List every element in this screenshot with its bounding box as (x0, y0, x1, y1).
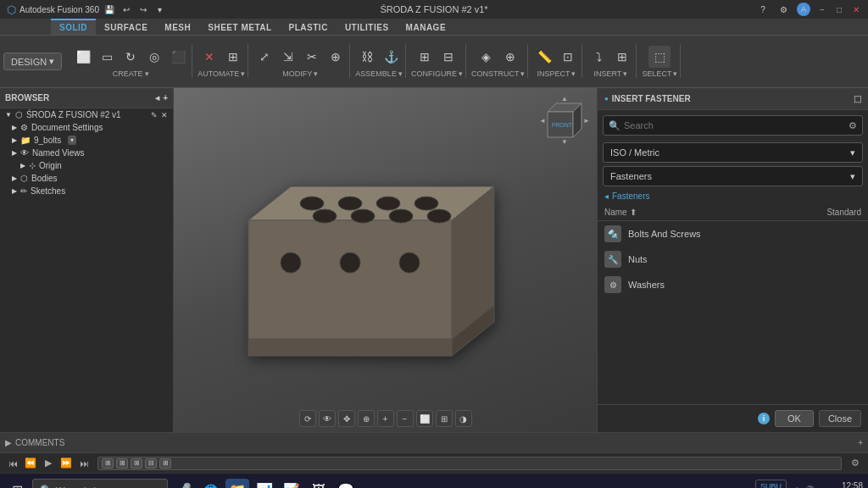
zoom-in-icon[interactable]: + (377, 410, 394, 427)
plane-icon[interactable]: ◈ (476, 46, 498, 68)
tab-manage[interactable]: MANAGE (398, 20, 454, 35)
taskbar-clock[interactable]: 12:58 14.11.2023 (821, 481, 863, 489)
tab-utilities[interactable]: UTILITIES (337, 20, 398, 35)
taskbar-chrome-icon[interactable]: 🌐 (198, 479, 222, 489)
cube-down-icon[interactable]: ▼ (561, 138, 568, 146)
configure-label[interactable]: CONFIGURE ▾ (411, 69, 463, 78)
configure-icon1[interactable]: ⊞ (414, 46, 436, 68)
taskbar-search[interactable]: 🔍 Wyszukaj (32, 479, 168, 489)
taskbar-cortana-icon[interactable]: 🎤 (171, 479, 195, 489)
account-icon[interactable]: A (797, 3, 810, 16)
automate-x-icon[interactable]: ✕ (198, 46, 220, 68)
fastener-dropdown-type[interactable]: Fasteners ▾ (603, 166, 863, 186)
qa-redo-icon[interactable]: ↪ (136, 3, 150, 16)
cube-right-icon[interactable]: ► (583, 117, 590, 125)
new-component-icon[interactable]: ⬜ (72, 46, 94, 68)
look-at-icon[interactable]: 👁 (319, 410, 336, 427)
fastener-item-bolts[interactable]: 🔩 Bolts And Screws (598, 221, 868, 247)
select-icon[interactable]: ⬚ (648, 46, 670, 68)
search-input[interactable] (624, 120, 845, 130)
start-button[interactable]: ⊞ (5, 479, 29, 489)
tab-sheetmetal[interactable]: SHEET METAL (199, 20, 280, 35)
tab-plastic[interactable]: PLASTIC (281, 20, 337, 35)
info-icon[interactable]: i (758, 413, 770, 424)
fastener-breadcrumb[interactable]: ◂ Fasteners (598, 188, 868, 204)
doc-edit-icon[interactable]: ✎ (151, 111, 158, 119)
section-icon[interactable]: ⊡ (557, 46, 579, 68)
axis-icon[interactable]: ⊕ (499, 46, 521, 68)
joint-icon[interactable]: ⛓ (356, 46, 378, 68)
qa-more-icon[interactable]: ▾ (153, 3, 167, 16)
help-icon[interactable]: ? (756, 3, 770, 16)
split-icon[interactable]: ✂ (301, 46, 323, 68)
fastener-item-nuts[interactable]: 🔧 Nuts (598, 247, 868, 272)
taskbar-app6-icon[interactable]: 💬 (334, 479, 358, 489)
browser-item-bolts[interactable]: ▶ 📁 9_bolts ▾ (0, 134, 173, 147)
tab-mesh[interactable]: MESH (156, 20, 199, 35)
inspect-label[interactable]: INSPECT ▾ (537, 69, 576, 78)
scale-icon[interactable]: ⇲ (277, 46, 299, 68)
orbit-icon[interactable]: ⟳ (299, 410, 316, 427)
doc-close-icon[interactable]: ✕ (161, 111, 168, 119)
select-label[interactable]: SELECT ▾ (642, 69, 677, 78)
search-settings-icon[interactable]: ⚙ (849, 120, 857, 131)
browser-item-sketches[interactable]: ▶ ✏ Sketches (0, 185, 173, 197)
combine-icon[interactable]: ⊕ (325, 46, 347, 68)
maximize-button[interactable]: □ (834, 4, 844, 14)
revolve-icon[interactable]: ↻ (120, 46, 142, 68)
close-button[interactable]: ✕ (851, 4, 861, 14)
comments-add-icon[interactable]: + (858, 438, 863, 447)
col-name-header[interactable]: Name ⬆ (604, 208, 637, 217)
automate-icon2[interactable]: ⊞ (222, 46, 244, 68)
assemble-label[interactable]: ASSEMBLE ▾ (355, 69, 403, 78)
cube-up-icon[interactable]: ▲ (561, 95, 568, 103)
hole-icon[interactable]: ◎ (143, 46, 165, 68)
pan-icon[interactable]: ✥ (338, 410, 355, 427)
insert-label[interactable]: INSERT ▾ (593, 69, 627, 78)
browser-collapse-icon[interactable]: ◂ (155, 93, 159, 103)
tab-surface[interactable]: SURFACE (96, 20, 156, 35)
view-cube[interactable]: FRONT ▲ ▼ ◄ ► (539, 95, 590, 146)
insert-icon2[interactable]: ⊞ (611, 46, 633, 68)
move-icon[interactable]: ⤢ (253, 46, 275, 68)
settings-icon[interactable]: ⚙ (776, 3, 790, 16)
timeline-track[interactable]: ⊞ ⊞ ⊞ ⊟ ⊞ (97, 457, 842, 470)
qa-save-icon[interactable]: 💾 (103, 3, 116, 16)
browser-add-icon[interactable]: + (163, 93, 168, 103)
design-dropdown[interactable]: DESIGN ▾ (3, 53, 62, 70)
timeline-prev-icon[interactable]: ⏮ (5, 456, 20, 471)
fastener-dropdown-standard[interactable]: ISO / Metric ▾ (603, 142, 863, 163)
modify-label[interactable]: MODIFY ▾ (282, 69, 318, 78)
timeline-settings-icon[interactable]: ⚙ (848, 456, 863, 471)
create-label[interactable]: CREATE ▾ (113, 69, 149, 78)
grid-icon[interactable]: ⊞ (436, 410, 453, 427)
view-mode-icon[interactable]: ⬜ (416, 410, 433, 427)
browser-item-settings[interactable]: ▶ ⚙ Document Settings (0, 121, 173, 134)
minimize-button[interactable]: − (817, 4, 827, 14)
timeline-next-icon[interactable]: ⏭ (76, 456, 92, 471)
timeline-item5[interactable]: ⊞ (159, 458, 171, 469)
taskbar-excel-icon[interactable]: 📊 (253, 479, 276, 489)
shadow-icon[interactable]: ◑ (455, 410, 472, 427)
bolts-dropdown-icon[interactable]: ▾ (68, 136, 76, 145)
fastener-expand-icon[interactable]: ⬚ (854, 94, 861, 103)
browser-item-named-views[interactable]: ▶ 👁 Named Views (0, 147, 173, 159)
timeline-item[interactable]: ⊞ (102, 458, 114, 469)
timeline-item4[interactable]: ⊟ (145, 458, 157, 469)
tab-solid[interactable]: SOLID (51, 19, 96, 35)
timeline-item3[interactable]: ⊞ (131, 458, 142, 469)
viewport[interactable]: FRONT ▲ ▼ ◄ ► ⟳ 👁 ✥ ⊕ + − ⬜ ⊞ ◑ (174, 88, 597, 432)
qa-undo-icon[interactable]: ↩ (120, 3, 133, 16)
comments-expand-icon[interactable]: ▶ (5, 438, 12, 447)
taskbar-explorer-icon[interactable]: 📁 (225, 479, 249, 489)
taskbar-word-icon[interactable]: 📝 (280, 479, 303, 489)
measure-icon[interactable]: 📏 (533, 46, 555, 68)
ground-icon[interactable]: ⚓ (380, 46, 402, 68)
browser-item-document[interactable]: ▼ ⬡ ŚRODA Z FUSION #2 v1 ✎ ✕ (0, 108, 173, 121)
browser-item-origin[interactable]: ▶ ⊹ Origin (0, 159, 173, 172)
zoom-out-icon[interactable]: − (397, 410, 414, 427)
timeline-play-icon[interactable]: ▶ (41, 456, 56, 471)
timeline-step-back-icon[interactable]: ⏪ (23, 456, 38, 471)
cube-left-icon[interactable]: ◄ (539, 117, 546, 125)
extrude-icon[interactable]: ▭ (96, 46, 118, 68)
